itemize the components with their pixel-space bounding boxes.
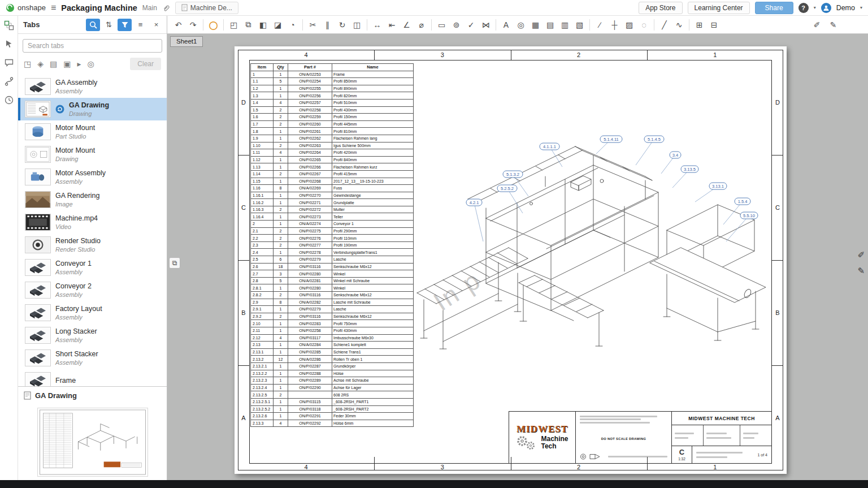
main-menu-icon[interactable]: ≡ <box>51 3 56 13</box>
app-store-button[interactable]: App Store <box>639 2 682 14</box>
edit-pen-icon[interactable]: ✎ <box>857 266 865 276</box>
filter-image-icon[interactable]: ▣ <box>63 59 71 68</box>
learning-center-button[interactable]: Learning Center <box>688 2 750 14</box>
sidebar-tab-factory-layout[interactable]: Factory LayoutAssembly <box>18 301 167 324</box>
hatch-icon[interactable]: ▨ <box>622 18 636 32</box>
line-icon[interactable]: ╱ <box>657 18 671 32</box>
user-menu-caret-icon[interactable]: ▾ <box>860 5 862 10</box>
search-tabs-input[interactable] <box>23 39 162 53</box>
diameter-dimension-icon[interactable]: ⌀ <box>414 18 428 32</box>
sidebar-tab-long-stacker[interactable]: Long StackerAssembly <box>18 324 167 347</box>
weld-symbol-icon[interactable]: ⋈ <box>479 18 493 32</box>
bom-header: Name <box>332 64 414 71</box>
sidebar-tab-short-stacker[interactable]: Short StackerAssembly <box>18 347 167 369</box>
hole-table-icon[interactable]: ▥ <box>558 18 572 32</box>
sidebar-tab-render-studio[interactable]: Render StudioRender Studio <box>18 234 167 256</box>
text-icon[interactable]: A <box>499 18 513 32</box>
cosmetic-thread-icon[interactable]: ◌ <box>637 18 651 32</box>
sidebar-tab-conveyor-2[interactable]: Conveyor 2Assembly <box>18 279 167 301</box>
list-view-icon[interactable]: ≡ <box>133 19 147 31</box>
dimension-icon[interactable]: ↔ <box>370 18 384 32</box>
search-icon[interactable] <box>86 19 100 31</box>
sidebar-tab-ga-assembly[interactable]: GA AssemblyAssembly <box>18 75 167 98</box>
spline-icon[interactable]: ∿ <box>672 18 686 32</box>
undo-icon[interactable]: ↶ <box>171 18 185 32</box>
inspection-symbol-icon[interactable]: ◎ <box>514 18 528 32</box>
branches-icon[interactable] <box>4 76 14 87</box>
onshape-logo[interactable]: onshape <box>6 3 46 12</box>
sidebar-tab-ga-drawing[interactable]: GA DrawingDrawing <box>18 98 167 120</box>
revision-table-icon[interactable]: ▧ <box>572 18 587 32</box>
sort-icon[interactable]: ⇅ <box>102 19 116 31</box>
bom-item: 1.16 <box>251 185 274 192</box>
history-icon[interactable] <box>4 95 14 105</box>
workspace-label[interactable]: Main <box>142 4 157 12</box>
sidebar-tab-motor-mount[interactable]: Motor MountDrawing <box>18 143 167 166</box>
detail-view-icon[interactable]: ◔ <box>285 18 300 32</box>
new-sheet-icon[interactable]: ⊞ <box>692 18 706 32</box>
projected-view-icon[interactable]: ⧉ <box>241 18 255 32</box>
attachment-icon[interactable] <box>162 4 170 12</box>
document-tab[interactable]: Machine De... <box>175 2 238 14</box>
tab-manager-icon[interactable] <box>4 20 14 31</box>
render-pen-icon[interactable]: ✐ <box>857 250 865 260</box>
preview-thumbnail[interactable] <box>37 408 148 477</box>
break-view-icon[interactable]: ∥ <box>320 18 335 32</box>
share-button[interactable]: Share <box>755 2 793 14</box>
center-mark-icon[interactable]: ┼ <box>607 18 622 32</box>
sheet-properties-icon[interactable]: ⊟ <box>707 18 721 32</box>
ordinate-dimension-icon[interactable]: ⇤ <box>385 18 399 32</box>
redo-icon[interactable]: ↷ <box>186 18 200 32</box>
spotlight-icon[interactable]: ◯ <box>206 18 220 32</box>
measure-icon[interactable]: ✎ <box>826 18 840 32</box>
bom-table-icon[interactable]: ▤ <box>543 18 557 32</box>
sidebar-tab-ga-rendering[interactable]: GA RenderingImage <box>18 188 167 211</box>
sheets-panel-toggle[interactable]: ⧉ <box>169 257 180 269</box>
section-view-icon[interactable]: ◪ <box>271 18 285 32</box>
filter-drawing-icon[interactable]: ▤ <box>50 59 57 68</box>
note-icon[interactable]: ▭ <box>435 18 449 32</box>
filter-application-icon[interactable]: ◎ <box>88 59 94 68</box>
markup-icon[interactable]: ✐ <box>810 18 824 32</box>
bom-qty: 1 <box>274 342 288 349</box>
chamfer-dimension-icon[interactable]: ∠ <box>400 18 414 32</box>
sidebar-tab-frame[interactable]: Frame <box>18 369 167 386</box>
bom-part-number: ON/P/02259 <box>288 114 332 121</box>
user-avatar[interactable] <box>821 3 831 13</box>
table-icon[interactable]: ▦ <box>528 18 542 32</box>
view-visibility-icon[interactable]: ◫ <box>350 18 364 32</box>
checked-dimension-icon[interactable]: ✓ <box>464 18 478 32</box>
help-icon[interactable]: ? <box>798 3 809 13</box>
tab-type: Assembly <box>55 268 92 276</box>
sidebar-tab-conveyor-1[interactable]: Conveyor 1Assembly <box>18 256 167 279</box>
sidebar-tab-motor-mount[interactable]: Motor MountPart Studio <box>18 120 167 143</box>
drawing-sheet[interactable]: In p ItemQtyPart #Name 11ON/A/02253Frame… <box>235 46 787 474</box>
filter-icon[interactable] <box>118 19 132 31</box>
tabs-panel-header: Tabs ⇅≡× <box>18 16 167 34</box>
bom-row: 2.13.2.5.21ON/P/03118_608-2RSH_PART2 <box>251 405 414 413</box>
comments-icon[interactable] <box>4 58 14 68</box>
geometric-tolerance-icon[interactable]: ⊚ <box>449 18 463 32</box>
bom-row: 2.13.212ON/A/02286Rollen Tr oben 1 <box>251 356 414 363</box>
bom-row: 1.16.32ON/P/02272Mutter <box>251 206 414 213</box>
sidebar-tab-machine-mp4[interactable]: Machine.mp4Video <box>18 211 167 234</box>
tab-type: Part Studio <box>55 132 95 140</box>
close-icon[interactable]: × <box>149 19 163 31</box>
insert-view-icon[interactable]: ◰ <box>227 18 241 32</box>
filter-assembly-icon[interactable]: ◈ <box>37 59 44 68</box>
sheet-tab[interactable]: Sheet1 <box>170 36 203 47</box>
bom-item: 1.14 <box>251 170 274 178</box>
clear-filters-button[interactable]: Clear <box>130 58 161 70</box>
preview-header: GA Drawing <box>18 387 167 404</box>
crop-view-icon[interactable]: ✂ <box>306 18 320 32</box>
user-name[interactable]: Demo <box>836 4 855 12</box>
update-views-icon[interactable]: ↻ <box>335 18 349 32</box>
centerline-icon[interactable]: ∕ <box>593 18 607 32</box>
drawing-canvas[interactable]: Sheet1 ⧉ ✐✎ In p ItemQtyPart #Name 11ON/… <box>167 34 868 480</box>
sidebar-tab-motor-assembly[interactable]: Motor AssemblyAssembly <box>18 166 167 188</box>
filter-video-icon[interactable]: ▸ <box>77 59 81 68</box>
bom-row: 1.31ON/P/02256Profil 820mm <box>251 92 414 100</box>
filter-part-studio-icon[interactable]: ◳ <box>24 59 31 68</box>
follow-mode-icon[interactable] <box>4 39 14 49</box>
auxiliary-view-icon[interactable]: ◧ <box>256 18 270 32</box>
